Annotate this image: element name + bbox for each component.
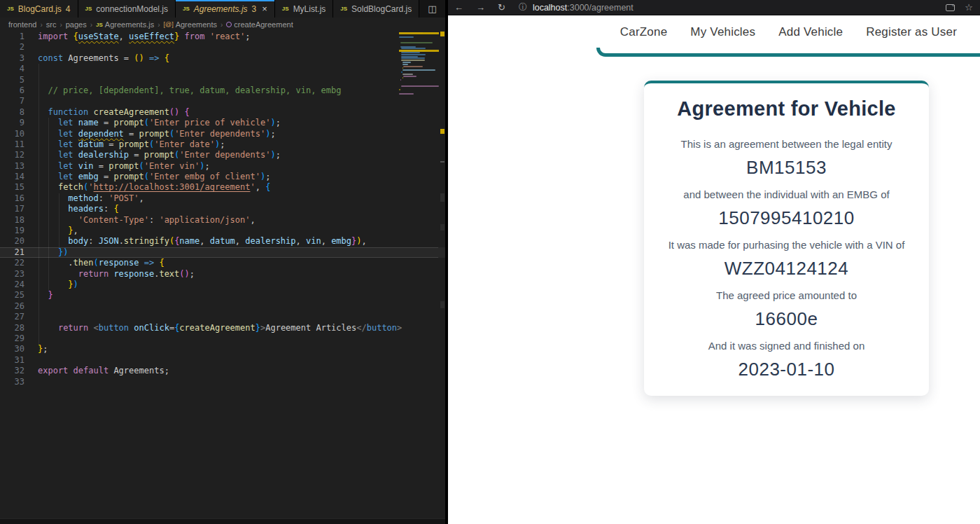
send-to-device-icon[interactable] (946, 4, 955, 11)
code-line-12[interactable]: 12 let dealership = prompt('Enter depend… (0, 150, 445, 160)
tab-blogcard-js[interactable]: JSBlogCard.js4 (0, 0, 78, 18)
code-line-27[interactable]: 27 (0, 312, 445, 322)
code-line-18[interactable]: 18 'Content-Type': 'application/json', (0, 215, 445, 226)
js-icon: JS (85, 6, 92, 12)
status-strip (0, 518, 445, 524)
overview-ruler[interactable] (439, 0, 445, 524)
line-number: 29 (0, 333, 24, 344)
close-icon[interactable]: × (262, 4, 267, 14)
breadcrumb-item-src[interactable]: src (46, 20, 57, 29)
card-row-value: 1507995410210 (644, 207, 929, 229)
card-row-label: And it was signed and finished on (644, 340, 929, 352)
line-number: 14 (0, 172, 24, 182)
address-bar[interactable]: localhost:3000/agreement (533, 3, 634, 13)
code-line-15[interactable]: 15 fetch('http://localhost:3001/agreemen… (0, 182, 445, 193)
breadcrumb-item-pages[interactable]: pages (66, 20, 87, 29)
breadcrumb-item-createagreement[interactable]: createAgreement (226, 20, 293, 29)
line-number: 10 (0, 129, 24, 139)
browser-toolbar: ← → ↻ ⓘ localhost:3000/agreement ☆ (448, 0, 980, 15)
card-row-value: 2023-01-10 (644, 359, 929, 380)
minimap-warning-mark (399, 50, 439, 52)
nav-link-my-vehicles[interactable]: My Vehicles (690, 25, 755, 39)
breadcrumb-item-agreements[interactable]: [@]Agreements (164, 20, 217, 29)
web-page: CarZoneMy VehiclesAdd VehicleRegister as… (448, 15, 980, 524)
breadcrumb-separator: › (39, 21, 43, 29)
code-line-20[interactable]: 20 body: JSON.stringify({name, datum, de… (0, 236, 445, 247)
code-line-7[interactable]: 7 (0, 96, 445, 106)
code-line-2[interactable]: 2 (0, 42, 445, 53)
code-line-8[interactable]: 8 function createAgreement() { (0, 107, 445, 118)
minimap-warning-mark (399, 32, 439, 34)
code-line-23[interactable]: 23 return response.text(); (0, 269, 445, 280)
ruler-mark (440, 32, 444, 36)
ruler-mark (440, 161, 444, 163)
code-line-10[interactable]: 10 let dependent = prompt('Enter depende… (0, 129, 445, 139)
ruler-mark (440, 301, 444, 308)
site-info-icon[interactable]: ⓘ (519, 1, 527, 13)
code-line-33[interactable]: 33 (0, 377, 445, 387)
code-line-4[interactable]: 4 (0, 64, 445, 74)
back-icon[interactable]: ← (448, 2, 470, 13)
breadcrumb: frontend›src›pages›JSAgreements.js›[@]Ag… (0, 18, 445, 32)
object-icon: [@] (164, 21, 174, 28)
code-line-28[interactable]: 28 return <button onClick={createAgreeme… (0, 323, 445, 333)
code-line-21[interactable]: 21 }) (0, 247, 445, 258)
code-line-14[interactable]: 14 let embg = prompt('Enter embg of clie… (0, 172, 445, 182)
code-line-19[interactable]: 19 }, (0, 226, 445, 236)
tab-mylist-js[interactable]: JSMyList.js (275, 0, 333, 18)
vscode-editor-pane: JSBlogCard.js4JSconnectionModel.jsJSAgre… (0, 0, 445, 524)
line-number: 23 (0, 269, 24, 280)
code-line-26[interactable]: 26 (0, 301, 445, 312)
code-line-6[interactable]: 6 // price, [depdendent], true, datum, d… (0, 85, 445, 96)
card-title: Agreement for Vehicle (644, 97, 929, 120)
minimap[interactable] (399, 32, 439, 99)
nav-link-register-as-user[interactable]: Register as User (866, 25, 957, 39)
nav-link-add-vehicle[interactable]: Add Vehicle (778, 25, 843, 39)
line-number: 7 (0, 96, 24, 106)
code-editor[interactable]: 1import {useState, useEffect} from 'reac… (0, 32, 445, 387)
line-number: 13 (0, 161, 24, 172)
tab-agreements-js[interactable]: JSAgreements.js3× (176, 0, 275, 18)
url-host: localhost (533, 3, 567, 13)
breadcrumb-separator: › (90, 21, 93, 29)
code-line-29[interactable]: 29 (0, 333, 445, 344)
card-row-label: and between the individual with an EMBG … (644, 188, 929, 200)
indent-guide (38, 64, 39, 345)
indent-guide (48, 118, 49, 290)
js-icon: JS (183, 6, 190, 12)
code-line-17[interactable]: 17 headers: { (0, 204, 445, 214)
indent-guide (59, 193, 59, 247)
line-number: 15 (0, 182, 24, 193)
code-line-1[interactable]: 1import {useState, useEffect} from 'reac… (0, 32, 445, 42)
code-line-11[interactable]: 11 let datum = prompt('Enter date'); (0, 139, 445, 150)
breadcrumb-item-agreements-js[interactable]: JSAgreements.js (96, 20, 154, 29)
nav-link-carzone[interactable]: CarZone (620, 25, 668, 39)
tab-connectionmodel-js[interactable]: JSconnectionModel.js (78, 0, 176, 18)
code-line-3[interactable]: 3const Agreements = () => { (0, 53, 445, 64)
js-icon: JS (96, 22, 103, 28)
code-line-5[interactable]: 5 (0, 75, 445, 85)
code-line-32[interactable]: 32export default Agreements; (0, 366, 445, 376)
code-line-24[interactable]: 24 }) (0, 280, 445, 290)
card-row-label: The agreed price amounted to (644, 289, 929, 301)
forward-icon[interactable]: → (470, 2, 491, 13)
reload-icon[interactable]: ↻ (491, 2, 512, 13)
line-number: 24 (0, 280, 24, 290)
problem-count-badge: 4 (66, 4, 71, 14)
problem-count-badge: 3 (252, 4, 257, 14)
line-number: 8 (0, 107, 24, 118)
code-line-9[interactable]: 9 let name = prompt('Enter price of vehi… (0, 118, 445, 128)
code-line-30[interactable]: 30}; (0, 344, 445, 354)
split-editor-icon[interactable]: ◫ (428, 4, 436, 14)
code-line-31[interactable]: 31 (0, 355, 445, 366)
line-number: 16 (0, 193, 24, 204)
tab-soldblogcard-js[interactable]: JSSoldBlogCard.js (333, 0, 419, 18)
code-line-16[interactable]: 16 method: 'POST', (0, 193, 445, 204)
code-line-13[interactable]: 13 let vin = prompt('Enter vin'); (0, 161, 445, 172)
bookmark-star-icon[interactable]: ☆ (965, 2, 973, 13)
code-line-22[interactable]: 22 .then(response => { (0, 258, 445, 268)
js-icon: JS (7, 6, 14, 12)
code-line-25[interactable]: 25 } (0, 290, 445, 301)
line-number: 27 (0, 312, 24, 322)
breadcrumb-item-frontend[interactable]: frontend (8, 20, 36, 29)
